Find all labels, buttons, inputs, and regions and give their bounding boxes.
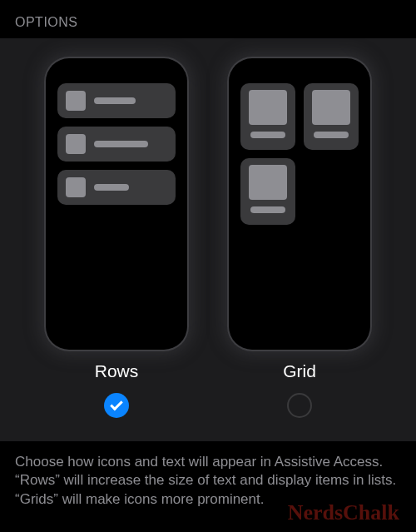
list-item: [57, 127, 176, 162]
section-header-label: OPTIONS: [15, 15, 401, 30]
list-item-icon: [66, 134, 86, 154]
layout-options-section: Rows: [0, 38, 416, 441]
radio-grid-unselected[interactable]: [287, 393, 312, 418]
radio-rows-selected[interactable]: [104, 393, 129, 418]
section-footer: Choose how icons and text will appear in…: [0, 441, 416, 509]
grid-item-text-placeholder: [314, 132, 349, 138]
grid-item: [240, 83, 295, 150]
list-item-text-placeholder: [94, 141, 148, 147]
grid-item-text-placeholder: [250, 206, 285, 213]
list-item-text-placeholder: [94, 184, 129, 191]
option-grid-label: Grid: [283, 361, 316, 381]
list-item-icon: [66, 177, 86, 197]
grid-wrap: [240, 83, 359, 225]
list-item: [57, 170, 176, 205]
grid-item-icon: [312, 90, 350, 125]
rows-preview-frame: [46, 58, 187, 350]
grid-item: [304, 83, 359, 150]
option-grid[interactable]: Grid: [225, 58, 374, 418]
list-item-icon: [66, 91, 86, 111]
grid-item-icon: [249, 165, 287, 200]
checkmark-icon: [110, 398, 123, 411]
options-row: Rows: [0, 58, 416, 418]
footer-description: Choose how icons and text will appear in…: [15, 453, 401, 509]
grid-item: [240, 158, 295, 225]
grid-item-text-placeholder: [250, 132, 285, 138]
list-item: [57, 83, 176, 118]
list-item-text-placeholder: [94, 97, 136, 104]
option-rows-label: Rows: [95, 361, 139, 381]
option-rows[interactable]: Rows: [42, 58, 191, 418]
grid-item-icon: [249, 90, 287, 125]
grid-preview-frame: [229, 58, 370, 350]
section-header: OPTIONS: [0, 0, 416, 38]
